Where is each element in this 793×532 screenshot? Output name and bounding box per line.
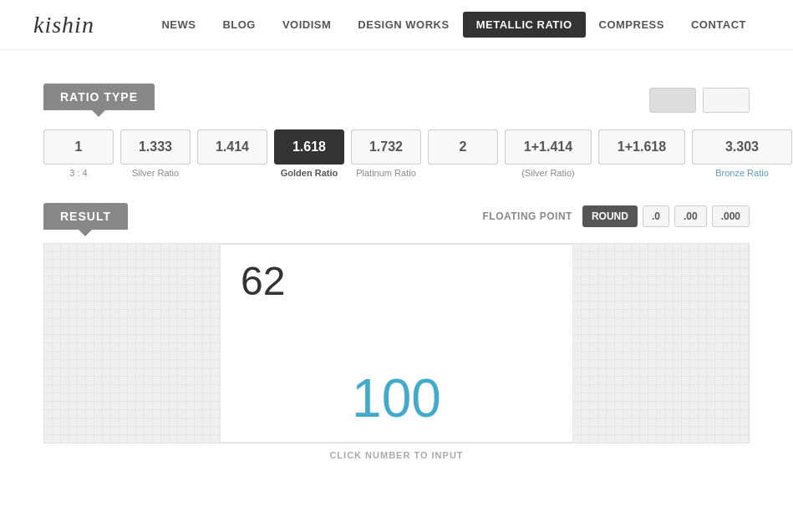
ratio-btn-inner-r2: 2 <box>428 129 498 165</box>
main-content: RATIO TYPE 13 : 41.333Silver Ratio1.4141… <box>0 50 793 477</box>
ratio-btn-label-r1333: Silver Ratio <box>132 168 179 178</box>
ratio-type-heading: RATIO TYPE <box>43 84 155 110</box>
main-nav: NEWSBLOGVOIDISMDESIGN WORKSMETALLIC RATI… <box>148 12 760 38</box>
logo: kishin <box>33 12 94 38</box>
fp-btn-fp2[interactable]: .00 <box>674 205 707 227</box>
nav-item-news[interactable]: NEWS <box>148 12 209 38</box>
ratio-btn-inner-r1732: 1.732 <box>351 129 421 165</box>
ratio-btn-label-r1732: Platinum Ratio <box>356 168 416 178</box>
ratio-btn-inner-r1333: 1.333 <box>120 129 191 165</box>
ratio-btn-label-r1p1414: (Silver Ratio) <box>521 168 575 178</box>
ratio-btn-inner-r1p1618: 1+1.618 <box>598 129 685 165</box>
ratio-btn-label-r1: 3 : 4 <box>69 168 87 178</box>
result-heading: RESULT <box>43 203 128 230</box>
nav-item-metallic-ratio[interactable]: METALLIC RATIO <box>463 12 586 38</box>
ratio-btn-r1p1618[interactable]: 1+1.618 <box>598 129 685 178</box>
fp-btn-round[interactable]: ROUND <box>582 205 638 227</box>
result-section: RESULT FLOATING POINT ROUND.0.00.000 62 … <box>43 203 750 460</box>
ratio-btn-r2[interactable]: 2 <box>428 129 498 178</box>
fp-btn-fp1[interactable]: .0 <box>643 205 669 227</box>
floating-point-label: FLOATING POINT <box>483 210 572 222</box>
ratio-btn-r1618[interactable]: 1.618Golden Ratio <box>274 129 344 178</box>
ratio-btn-inner-r1414: 1.414 <box>197 129 267 165</box>
ratio-btn-r1414[interactable]: 1.414 <box>197 129 267 178</box>
nav-item-contact[interactable]: CONTACT <box>678 12 760 38</box>
ratio-btn-r1333[interactable]: 1.333Silver Ratio <box>120 129 191 178</box>
ratio-control-btn-2[interactable] <box>703 88 750 113</box>
click-hint: CLICK NUMBER TO INPUT <box>43 450 750 460</box>
result-display: 62 100 <box>43 243 750 443</box>
ratio-controls-right <box>649 88 750 113</box>
nav-item-design-works[interactable]: DESIGN WORKS <box>344 12 462 38</box>
floating-point-area: FLOATING POINT ROUND.0.00.000 <box>483 205 750 227</box>
ratio-type-header-row: RATIO TYPE <box>43 84 750 113</box>
ratio-btn-r1p1414[interactable]: 1+1.414(Silver Ratio) <box>505 129 592 178</box>
ratio-btn-label-r3303: Bronze Ratio <box>715 168 769 178</box>
result-left-panel <box>44 244 220 443</box>
fp-btn-fp3[interactable]: .000 <box>712 205 750 227</box>
result-value-top[interactable]: 62 <box>241 261 285 301</box>
result-right-panel <box>573 244 749 443</box>
header: kishin NEWSBLOGVOIDISMDESIGN WORKSMETALL… <box>0 0 793 50</box>
ratio-btn-inner-r1: 1 <box>43 129 114 165</box>
ratio-type-section: RATIO TYPE 13 : 41.333Silver Ratio1.4141… <box>43 84 750 178</box>
ratio-btn-r1732[interactable]: 1.732Platinum Ratio <box>351 129 421 178</box>
ratio-btn-inner-r1p1414: 1+1.414 <box>505 129 592 165</box>
nav-item-voidism[interactable]: VOIDISM <box>269 12 344 38</box>
ratio-btn-inner-r3303: 3.303 <box>692 129 792 165</box>
nav-item-compress[interactable]: COMPRESS <box>586 12 678 38</box>
result-value-bottom[interactable]: 100 <box>241 372 552 425</box>
result-header-row: RESULT FLOATING POINT ROUND.0.00.000 <box>43 203 750 230</box>
ratio-btn-r3303[interactable]: 3.303Bronze Ratio <box>692 129 792 178</box>
result-main-panel[interactable]: 62 100 <box>220 244 573 443</box>
ratio-buttons-row: 13 : 41.333Silver Ratio1.4141.618Golden … <box>43 129 750 178</box>
ratio-btn-label-r1618: Golden Ratio <box>281 168 338 178</box>
ratio-btn-r1[interactable]: 13 : 4 <box>43 129 114 178</box>
nav-item-blog[interactable]: BLOG <box>209 12 269 38</box>
ratio-btn-inner-r1618: 1.618 <box>274 129 344 165</box>
ratio-control-btn-1[interactable] <box>649 88 696 113</box>
